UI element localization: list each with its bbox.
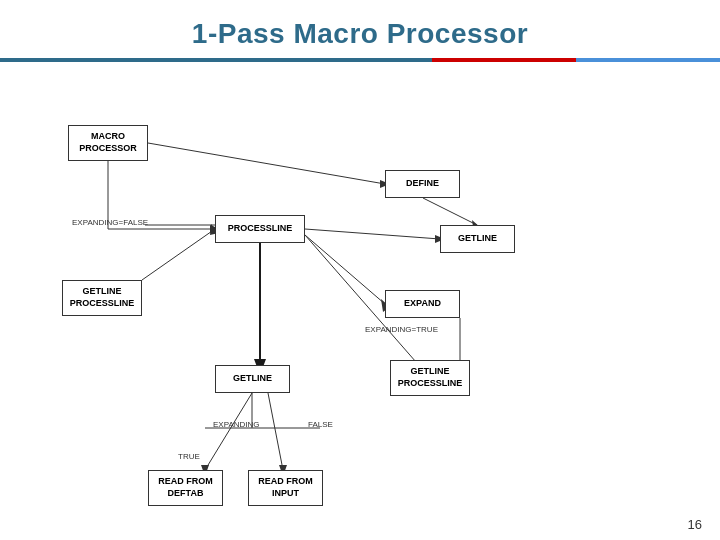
title-divider bbox=[0, 58, 720, 62]
box-getline: GETLINE bbox=[215, 365, 290, 393]
svg-line-13 bbox=[205, 393, 252, 470]
svg-line-3 bbox=[148, 143, 385, 184]
svg-line-5 bbox=[305, 229, 440, 239]
svg-line-7 bbox=[305, 235, 385, 304]
svg-line-19 bbox=[142, 229, 215, 280]
label-expanding: EXPANDING bbox=[213, 420, 260, 429]
box-read-from-deftab: READ FROM DEFTAB bbox=[148, 470, 223, 506]
svg-line-21 bbox=[423, 198, 477, 225]
box-read-from-input: READ FROM INPUT bbox=[248, 470, 323, 506]
box-define: DEFINE bbox=[385, 170, 460, 198]
box-macro-processor: MACRO PROCESSOR bbox=[68, 125, 148, 161]
svg-line-15 bbox=[268, 393, 283, 470]
slide-container: 1-Pass Macro Processor bbox=[0, 0, 720, 540]
label-expanding-true: EXPANDING=TRUE bbox=[365, 325, 438, 334]
box-expand: EXPAND bbox=[385, 290, 460, 318]
box-getline-processline-left: GETLINE PROCESSLINE bbox=[62, 280, 142, 316]
box-getline-right: GETLINE bbox=[440, 225, 515, 253]
page-number: 16 bbox=[688, 517, 702, 532]
label-false: FALSE bbox=[308, 420, 333, 429]
box-processline: PROCESSLINE bbox=[215, 215, 305, 243]
slide-title: 1-Pass Macro Processor bbox=[0, 0, 720, 58]
diagram-area: MACRO PROCESSOR PROCESSLINE GETLINE PROC… bbox=[0, 70, 720, 530]
label-expanding-false: EXPANDING=FALSE bbox=[72, 218, 148, 227]
box-getline-processline-right: GETLINE PROCESSLINE bbox=[390, 360, 470, 396]
label-true: TRUE bbox=[178, 452, 200, 461]
